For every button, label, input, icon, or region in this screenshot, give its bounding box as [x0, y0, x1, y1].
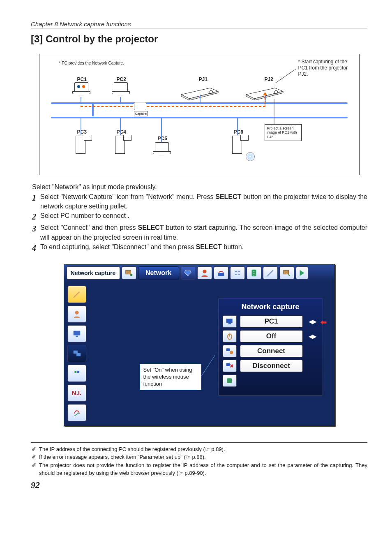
step-1: 1 Select "Network Capture" icon from "Ne…: [32, 192, 367, 211]
network-capture-panel: Network capture PC1 ◀▶⬅ Off ◀▶ Connect: [218, 298, 323, 395]
capture-tag: Capture: [134, 111, 148, 116]
chapter-header: Chapter 8 Network capture functions: [31, 21, 367, 28]
svg-rect-31: [77, 371, 79, 373]
connect-icon: [223, 345, 237, 357]
pc-icon: [223, 315, 237, 328]
connector: [200, 95, 201, 103]
svg-rect-14: [234, 270, 241, 277]
selection-arrow-icon: ⬅: [321, 318, 326, 327]
footnote-marker-icon: ✐: [32, 453, 39, 461]
footnote-3: ✐ The projector does not provide the fun…: [32, 461, 367, 477]
step-text: Select "Connect" and then press SELECT b…: [40, 223, 367, 242]
projector-callout: Project a screen image of PC1 with PJ2.: [265, 124, 302, 141]
menu-main-area: Set "On" when using the wireless mouse f…: [90, 282, 334, 426]
menu-toolbar: Network capture Network: [64, 264, 334, 282]
svg-point-3: [210, 90, 213, 94]
footnote-marker-icon: ✐: [32, 461, 39, 477]
diagram-pc-note: * PC provides the Network Capture.: [59, 61, 124, 65]
panel-title: Network capture: [223, 303, 318, 311]
svg-rect-30: [74, 371, 76, 373]
svg-point-22: [253, 275, 254, 275]
footnote-2: ✐ If the error message appears, check it…: [32, 453, 367, 461]
capture-device-icon: [134, 102, 146, 110]
toolbar-network-chip[interactable]: Network: [138, 266, 179, 280]
left-right-arrows-icon[interactable]: ◀▶⬅: [306, 318, 318, 325]
keyword: SELECT: [215, 193, 241, 200]
panel-row-extra[interactable]: [223, 375, 318, 387]
extra-icon: [223, 375, 237, 387]
left-icon-user[interactable]: [67, 305, 86, 323]
connector: [237, 118, 238, 135]
label-pc5: PC5: [158, 136, 167, 141]
panel-row-connect[interactable]: Connect: [223, 345, 318, 357]
svg-rect-10: [125, 270, 131, 274]
svg-point-11: [130, 274, 132, 276]
arrow-up-icon: [263, 92, 267, 95]
keyword: SELECT: [138, 224, 164, 231]
text: button.: [222, 243, 244, 250]
connector: [120, 118, 121, 135]
footnote-divider: [31, 442, 367, 443]
toolbar-icon[interactable]: [296, 266, 308, 280]
step-number: 4: [32, 242, 38, 254]
toolbar-icon[interactable]: [279, 266, 294, 280]
footnote-marker-icon: ✐: [32, 445, 39, 453]
capture-path: [81, 106, 265, 107]
step-number: 3: [32, 223, 38, 242]
section-title: [3] Control by the projector: [31, 33, 367, 45]
toolbar-icon[interactable]: [197, 266, 212, 280]
step-2: 2 Select PC number to connect .: [32, 211, 367, 223]
step-text: To end capturing, select "Disconnect" an…: [40, 242, 367, 254]
connect-value: Connect: [240, 345, 303, 357]
network-bus: [51, 117, 348, 118]
mouse-value: Off: [240, 330, 303, 342]
left-icon-play[interactable]: [67, 404, 86, 421]
pc2-laptop-icon: ░░░░: [112, 82, 130, 97]
svg-line-32: [201, 355, 215, 376]
svg-point-15: [235, 271, 236, 272]
left-icon-display[interactable]: [67, 325, 86, 342]
svg-rect-13: [218, 273, 224, 276]
svg-point-21: [253, 273, 254, 274]
left-icon-viewer[interactable]: [67, 365, 86, 382]
panel-row-disconnect[interactable]: Disconnect: [223, 360, 318, 372]
svg-rect-33: [226, 319, 232, 323]
footnote-text: If the error message appears, check item…: [39, 453, 367, 461]
capture-path: [265, 95, 265, 107]
intro-text: Select "Network" as input mode previousl…: [32, 183, 367, 191]
connector: [81, 97, 81, 103]
connector: [120, 97, 121, 103]
step-3: 3 Select "Connect" and then press SELECT…: [32, 223, 367, 242]
toolbar-icon[interactable]: [230, 266, 245, 280]
svg-rect-27: [73, 350, 77, 353]
panel-row-mouse[interactable]: Off ◀▶: [223, 330, 318, 342]
step-list: 1 Select "Network Capture" icon from "Ne…: [32, 192, 367, 254]
toolbar-icon[interactable]: [263, 266, 278, 280]
step-text: Select "Network Capture" icon from "Netw…: [40, 192, 367, 211]
connector: [161, 118, 162, 142]
left-icon-network-capture[interactable]: [67, 345, 86, 362]
keyword: SELECT: [196, 243, 222, 250]
toolbar-icon[interactable]: [247, 266, 261, 280]
panel-row-pc[interactable]: PC1 ◀▶⬅: [223, 315, 318, 328]
pc5-laptop-icon: ░░░░: [153, 142, 171, 157]
toolbar-icon[interactable]: [181, 266, 196, 280]
left-icon-ni[interactable]: N.I.: [67, 384, 86, 402]
svg-point-16: [238, 271, 240, 272]
toolbar-icon[interactable]: [214, 266, 228, 280]
left-icon-pen[interactable]: [67, 286, 86, 303]
text: To end capturing, select "Disconnect" an…: [40, 243, 196, 250]
menu-left-column: N.I.: [64, 282, 90, 426]
label-pc2: PC2: [117, 76, 126, 82]
left-right-arrows-icon[interactable]: ◀▶: [306, 333, 318, 340]
network-bus: [51, 102, 348, 104]
text: Select "Network Capture" icon from "Netw…: [40, 193, 215, 200]
cdrom-icon: [246, 152, 255, 161]
disconnect-icon: [223, 360, 237, 372]
step-number: 1: [32, 192, 38, 211]
svg-line-8: [275, 69, 296, 83]
note-leader-line: [201, 353, 217, 378]
svg-rect-39: [226, 363, 229, 366]
toolbar-icon[interactable]: [122, 266, 136, 280]
pc1-laptop-icon: ░░░░: [72, 82, 90, 97]
